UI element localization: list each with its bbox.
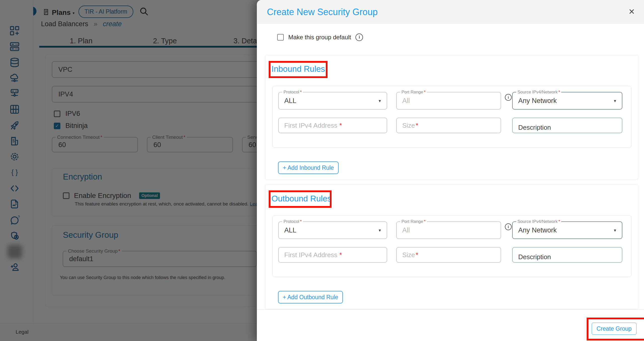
inbound-description-input[interactable]: Description <box>512 118 622 133</box>
create-security-group-modal: Create New Security Group ✕ Make this gr… <box>257 0 644 341</box>
make-default-row: Make this group default i <box>277 33 363 41</box>
inbound-protocol-select[interactable]: Protocol* ALL ▼ <box>278 92 387 110</box>
inbound-rules-title: Inbound Rules <box>271 64 325 74</box>
close-icon[interactable]: ✕ <box>628 7 635 16</box>
info-icon[interactable]: i <box>505 223 512 230</box>
inbound-size-input[interactable]: Size* <box>396 118 501 133</box>
outbound-protocol-select[interactable]: Protocol* ALL ▼ <box>278 221 387 239</box>
outbound-rules-section: Outbound Rules Protocol* ALL ▼ Port Rang… <box>265 185 638 309</box>
info-icon[interactable]: i <box>505 94 512 101</box>
chevron-down-icon: ▼ <box>613 99 617 103</box>
outbound-rule-row-2: First IPv4 Address* Size* Description <box>278 247 622 263</box>
outbound-port-range-input[interactable]: Port Range* All <box>396 221 501 239</box>
inbound-port-range-input[interactable]: Port Range* All <box>396 92 501 110</box>
inbound-rule-row-1: Protocol* ALL ▼ Port Range* All i Source… <box>278 92 622 110</box>
outbound-rule-row-1: Protocol* ALL ▼ Port Range* All i Source… <box>278 221 622 239</box>
create-group-button[interactable]: Create Group <box>592 323 636 335</box>
inbound-source-select[interactable]: Source IPv4/Network* Any Network ▼ <box>512 92 622 110</box>
outbound-first-ipv4-input[interactable]: First IPv4 Address* <box>278 247 387 263</box>
outbound-rules-title: Outbound Rules <box>271 194 332 203</box>
make-default-checkbox[interactable] <box>277 34 284 41</box>
chevron-down-icon: ▼ <box>378 99 382 103</box>
add-outbound-rule-button[interactable]: + Add Outbound Rule <box>278 291 343 303</box>
outbound-size-input[interactable]: Size* <box>396 247 501 263</box>
outbound-description-input[interactable]: Description <box>512 247 622 263</box>
make-default-label: Make this group default <box>288 34 351 41</box>
info-icon[interactable]: i <box>355 33 363 41</box>
modal-footer: Create Group <box>257 309 644 341</box>
screen: E2E Cloud » Plans ▾ TIR - AI Platform <box>0 0 644 341</box>
outbound-rule-card: Protocol* ALL ▼ Port Range* All i Source… <box>272 215 632 277</box>
chevron-down-icon: ▼ <box>378 228 382 232</box>
inbound-rule-row-2: First IPv4 Address* Size* Description <box>278 118 622 133</box>
modal-title: Create New Security Group <box>267 7 378 17</box>
chevron-down-icon: ▼ <box>613 228 617 232</box>
outbound-source-select[interactable]: Source IPv4/Network* Any Network ▼ <box>512 221 622 239</box>
modal-header: Create New Security Group ✕ <box>257 0 644 24</box>
inbound-rules-section: Inbound Rules Protocol* ALL ▼ Port Range… <box>265 55 638 180</box>
add-inbound-rule-button[interactable]: + Add Inbound Rule <box>278 161 339 174</box>
inbound-first-ipv4-input[interactable]: First IPv4 Address* <box>278 118 387 133</box>
inbound-rule-card: Protocol* ALL ▼ Port Range* All i Source… <box>272 86 632 148</box>
